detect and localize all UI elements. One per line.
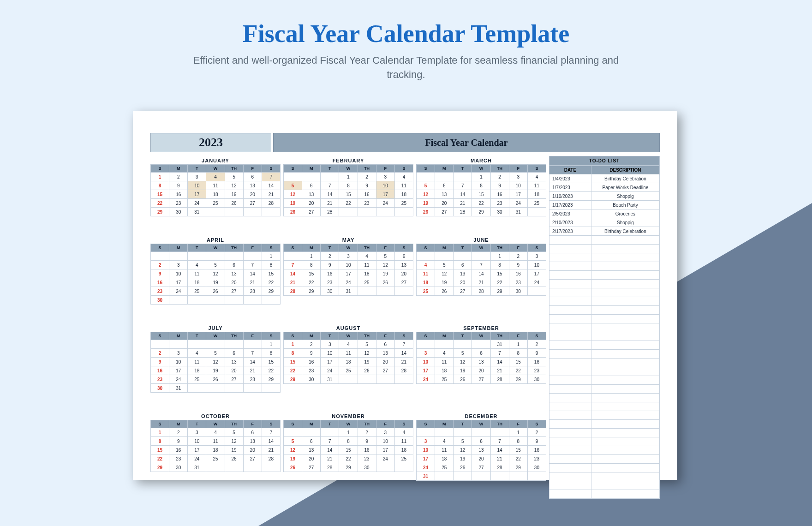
day-header: F	[243, 244, 262, 252]
day-cell	[206, 208, 225, 216]
day-cell: 30	[527, 375, 546, 384]
todo-desc	[591, 280, 659, 288]
todo-date	[549, 472, 591, 481]
month-table: SMTWTHFS12345678910111213141516171819202…	[150, 244, 281, 305]
todo-desc: Beach Party	[591, 201, 659, 209]
day-cell: 17	[417, 366, 435, 375]
day-header: S	[394, 244, 413, 252]
day-header: TH	[225, 332, 243, 340]
day-header: TH	[490, 165, 509, 173]
day-cell: 6	[454, 261, 472, 269]
day-cell: 31	[509, 208, 527, 216]
day-header: M	[169, 332, 188, 340]
day-cell	[527, 287, 546, 296]
day-cell: 19	[454, 366, 472, 375]
day-cell: 15	[262, 269, 280, 278]
todo-date	[549, 245, 591, 253]
todo-date	[549, 437, 591, 446]
day-cell: 17	[376, 446, 394, 454]
day-header: S	[284, 244, 302, 252]
day-cell: 21	[243, 366, 262, 375]
day-cell: 26	[454, 463, 472, 472]
day-cell: 15	[472, 190, 490, 199]
day-header: F	[376, 420, 394, 428]
todo-desc	[591, 332, 659, 341]
todo-date	[549, 420, 591, 429]
day-cell	[169, 296, 188, 305]
day-cell: 1	[151, 428, 169, 437]
day-cell	[435, 472, 454, 481]
day-cell: 21	[284, 278, 302, 287]
day-cell: 30	[302, 375, 321, 384]
todo-row-empty	[549, 385, 660, 394]
todo-row: 1/7/2023Paper Works Deadline	[549, 183, 660, 192]
day-header: S	[417, 244, 435, 252]
day-cell: 5	[225, 173, 243, 181]
day-cell	[339, 375, 358, 384]
day-cell: 4	[188, 349, 206, 358]
day-cell: 28	[490, 375, 509, 384]
day-cell: 18	[417, 278, 435, 287]
day-cell: 24	[169, 287, 188, 296]
day-cell: 21	[262, 190, 280, 199]
day-cell	[243, 463, 262, 472]
day-cell: 28	[284, 287, 302, 296]
day-cell	[284, 252, 302, 261]
day-header: S	[262, 165, 280, 173]
month-august: AUGUSTSMTWTHFS12345678910111213141516171…	[283, 323, 413, 411]
day-header: F	[243, 420, 262, 428]
day-cell: 4	[394, 173, 413, 181]
day-cell: 20	[243, 446, 262, 454]
month-name: APRIL	[150, 235, 281, 244]
day-cell	[284, 428, 302, 437]
day-cell: 3	[339, 252, 358, 261]
todo-row: 1/10/2023Shoppig	[549, 192, 660, 201]
todo-panel: TO-DO LIST DATE DESCRIPTION 1/4/2023Birt…	[549, 156, 660, 499]
day-cell: 26	[376, 278, 394, 287]
day-cell: 30	[358, 463, 376, 472]
todo-row-empty	[549, 271, 660, 280]
day-cell: 3	[169, 261, 188, 269]
day-cell: 21	[490, 454, 509, 463]
day-cell: 5	[454, 349, 472, 358]
day-cell	[358, 287, 376, 296]
day-cell: 10	[527, 261, 546, 269]
day-cell: 12	[454, 446, 472, 454]
day-cell: 3	[376, 173, 394, 181]
day-cell: 25	[435, 463, 454, 472]
day-cell	[206, 463, 225, 472]
todo-desc: Paper Works Deadline	[591, 183, 659, 192]
day-cell: 22	[509, 454, 527, 463]
day-cell: 6	[243, 428, 262, 437]
todo-row: 2/17/2023Birthday Celebration	[549, 227, 660, 236]
day-cell: 25	[394, 199, 413, 208]
month-name: AUGUST	[283, 323, 413, 332]
day-cell: 20	[376, 358, 394, 366]
day-cell: 24	[527, 278, 546, 287]
day-cell: 23	[151, 287, 169, 296]
day-cell: 4	[527, 173, 546, 181]
month-table: SMTWTHFS12345678910111213141516171819202…	[283, 164, 413, 216]
day-header: T	[454, 165, 472, 173]
day-header: S	[151, 165, 169, 173]
day-header: S	[151, 244, 169, 252]
day-cell: 13	[472, 358, 490, 366]
day-cell: 9	[151, 269, 169, 278]
todo-date	[549, 359, 591, 367]
todo-row: 2/10/2023Shoppig	[549, 218, 660, 227]
day-cell: 4	[417, 261, 435, 269]
month-july: JULYSMTWTHFS1234567891011121314151617181…	[150, 323, 281, 411]
day-cell: 27	[243, 199, 262, 208]
day-cell: 12	[225, 437, 243, 446]
day-cell: 19	[454, 454, 472, 463]
day-cell: 29	[509, 463, 527, 472]
day-cell: 26	[206, 287, 225, 296]
day-cell: 4	[188, 261, 206, 269]
day-cell: 11	[358, 261, 376, 269]
day-cell: 19	[284, 454, 302, 463]
todo-desc	[591, 341, 659, 350]
day-cell: 6	[225, 261, 243, 269]
day-header: TH	[358, 165, 376, 173]
todo-col-date: DATE	[549, 166, 591, 174]
day-cell: 16	[169, 190, 188, 199]
